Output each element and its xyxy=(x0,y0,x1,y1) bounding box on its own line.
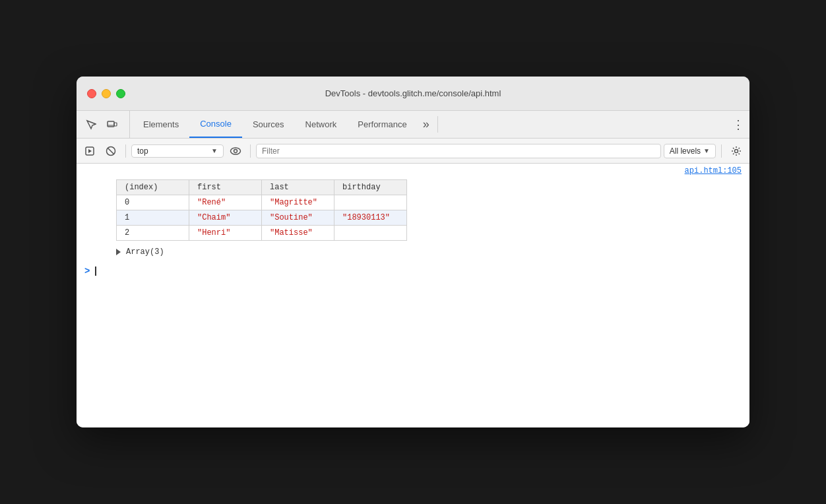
col-header-index: (index) xyxy=(117,180,189,195)
console-content: api.html:105 (index) first last birthday… xyxy=(77,164,749,427)
table-row: 1 "Chaim" "Soutine" "18930113" xyxy=(117,210,407,226)
tab-bar: Elements Console Sources Network Perform… xyxy=(77,111,749,139)
tab-divider xyxy=(437,116,438,133)
filter-input[interactable] xyxy=(256,144,661,158)
title-bar: DevTools - devtools.glitch.me/console/ap… xyxy=(77,77,749,111)
cell-last: "Soutine" xyxy=(262,210,334,226)
svg-point-9 xyxy=(735,149,738,152)
toolbar-separator-2 xyxy=(250,144,251,158)
console-cursor xyxy=(95,267,96,276)
tab-performance[interactable]: Performance xyxy=(347,111,417,138)
window-title: DevTools - devtools.glitch.me/console/ap… xyxy=(325,88,501,98)
cell-birthday xyxy=(334,195,407,210)
col-header-last: last xyxy=(262,180,334,195)
col-header-birthday: birthday xyxy=(334,180,407,195)
inspect-icon[interactable] xyxy=(82,115,100,134)
minimize-button[interactable] xyxy=(102,89,111,98)
clear-console-button[interactable] xyxy=(102,142,120,160)
cell-birthday xyxy=(334,226,407,241)
tab-sources[interactable]: Sources xyxy=(242,111,295,138)
toolbar-separator-3 xyxy=(721,144,722,158)
table-header-row: (index) first last birthday xyxy=(117,180,407,195)
devtools-icons xyxy=(82,111,130,138)
svg-line-6 xyxy=(108,148,114,154)
more-tabs-button[interactable]: » xyxy=(418,111,435,138)
cell-index: 0 xyxy=(117,195,189,210)
table-row: 2 "Henri" "Matisse" xyxy=(117,226,407,241)
device-icon[interactable] xyxy=(103,115,121,134)
svg-rect-0 xyxy=(108,121,114,127)
console-input-row: > xyxy=(77,261,749,282)
traffic-lights xyxy=(87,89,125,98)
col-header-first: first xyxy=(189,180,262,195)
svg-point-8 xyxy=(234,149,238,152)
devtools-window: DevTools - devtools.glitch.me/console/ap… xyxy=(77,77,749,427)
execute-button[interactable] xyxy=(80,142,99,160)
cell-first: "Henri" xyxy=(189,226,262,241)
console-prompt-icon: > xyxy=(84,266,90,276)
tab-console[interactable]: Console xyxy=(189,111,242,138)
tab-elements[interactable]: Elements xyxy=(133,111,189,138)
cell-last: "Matisse" xyxy=(262,226,334,241)
console-table: (index) first last birthday 0 "René" "Ma… xyxy=(116,179,407,241)
console-toolbar: top ▼ All levels ▼ xyxy=(77,139,749,164)
context-selector[interactable]: top ▼ xyxy=(131,144,224,158)
live-expression-button[interactable] xyxy=(226,142,245,160)
cell-last: "Magritte" xyxy=(262,195,334,210)
cell-first: "René" xyxy=(189,195,262,210)
array-expand-button[interactable]: Array(3) xyxy=(77,243,749,261)
devtools-menu-button[interactable]: ⋮ xyxy=(727,111,749,138)
cell-birthday: "18930113" xyxy=(334,210,407,226)
tab-network[interactable]: Network xyxy=(295,111,348,138)
close-button[interactable] xyxy=(87,89,96,98)
expand-arrow-icon xyxy=(116,249,121,255)
toolbar-separator-1 xyxy=(125,144,126,158)
table-row: 0 "René" "Magritte" xyxy=(117,195,407,210)
array-label: Array(3) xyxy=(126,247,164,257)
source-reference[interactable]: api.html:105 xyxy=(77,164,749,177)
maximize-button[interactable] xyxy=(116,89,125,98)
console-settings-button[interactable] xyxy=(727,142,746,160)
svg-marker-4 xyxy=(88,149,92,153)
log-levels-button[interactable]: All levels ▼ xyxy=(664,144,716,158)
svg-point-7 xyxy=(231,148,241,154)
cell-first: "Chaim" xyxy=(189,210,262,226)
cell-index: 2 xyxy=(117,226,189,241)
cell-index: 1 xyxy=(117,210,189,226)
